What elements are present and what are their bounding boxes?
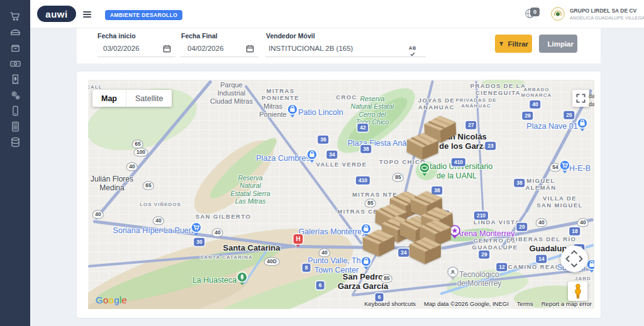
limpiar-button[interactable]: Limpiar	[539, 35, 577, 53]
poi-marker-shop[interactable]	[360, 256, 372, 271]
topbar-right: 0 GRUPO LIRDEL SA DE CV ANGELICA GUADALU…	[525, 0, 644, 28]
road-shield: 25	[564, 111, 574, 119]
delivery-box-marker[interactable]	[409, 237, 441, 264]
fullscreen-button[interactable]	[572, 90, 589, 107]
report-error-link[interactable]: Report a map error	[541, 300, 592, 307]
google-logo-letter: G	[96, 295, 103, 305]
map-label: ARBADO MONARCA	[521, 87, 552, 99]
company-name: GRUPO LIRDEL SA DE CV	[570, 8, 644, 14]
map-type-satellite-button[interactable]: Satellite	[126, 90, 172, 107]
google-logo-letter: e	[122, 295, 128, 305]
map-label: Arena Monterrey	[456, 229, 514, 239]
ab-check-icon[interactable]: AB	[409, 43, 416, 57]
map-label: Julián Flores Medina	[91, 175, 133, 192]
notification-count-badge: 0	[530, 8, 540, 16]
road-shield: 38	[514, 179, 525, 187]
sidebar-item-invoice[interactable]	[6, 72, 25, 87]
map-label: JOYAS DE ANAHUAC	[418, 97, 455, 111]
google-logo-letter: o	[103, 295, 109, 305]
avatar[interactable]	[551, 7, 565, 21]
poi-marker-shop[interactable]	[306, 149, 318, 164]
map-label: La Huasteca	[192, 276, 236, 285]
map-label: Mitras Poniente	[259, 102, 286, 119]
google-logo-letter: g	[114, 295, 119, 305]
sidebar-item-gears[interactable]	[6, 87, 25, 103]
road-shield: 36	[318, 136, 328, 144]
map-label: Patio Lincoln	[298, 108, 343, 117]
poi-marker-cart[interactable]	[191, 222, 203, 237]
terms-link[interactable]: Terms	[517, 300, 533, 307]
road-shield: 12	[496, 263, 507, 271]
road-shield: 40	[212, 228, 223, 237]
notifications-button[interactable]: 0	[525, 6, 543, 22]
map-label: Parque Industrial Ciudad Mitras	[210, 81, 253, 106]
field-underline	[97, 57, 175, 57]
fecha-inicio-input[interactable]	[103, 45, 157, 52]
map-type-map-button[interactable]: Map	[92, 90, 126, 107]
calendar-icon[interactable]	[163, 45, 171, 53]
filtrar-button[interactable]: Filtrar	[495, 35, 532, 53]
google-logo[interactable]: Google	[96, 295, 127, 305]
road-shield: 65	[143, 181, 154, 190]
poi-marker-tree[interactable]	[236, 271, 248, 286]
map-label: PRADOS DE LA CIENEGUITA	[470, 82, 526, 96]
map-label: Tecnológico de Monterrey	[457, 270, 502, 288]
map-label: Plaza Cumbres	[256, 154, 309, 163]
sidebar-item-cart[interactable]	[6, 9, 25, 24]
app-logo[interactable]: auwi	[37, 6, 76, 22]
poi-marker-shop[interactable]	[287, 104, 299, 119]
map-label: Galerías Monterrey	[299, 227, 366, 237]
sidebar-item-storage-box[interactable]	[6, 24, 25, 40]
road-shield: 8	[303, 264, 311, 272]
mobile-icon	[9, 105, 21, 117]
road-shield: 40D	[264, 257, 280, 266]
keyboard-shortcuts-link[interactable]: Keyboard shortcuts	[364, 300, 416, 307]
road-shield: 40	[153, 216, 164, 225]
clean-icon	[543, 40, 543, 48]
sidebar-item-mobile[interactable]	[6, 103, 25, 119]
sidebar-item-database[interactable]	[6, 134, 25, 150]
archive-box-icon	[9, 42, 21, 54]
poi-marker-shop[interactable]	[577, 117, 589, 133]
cart-icon	[9, 11, 21, 23]
road-shield: 40	[319, 248, 330, 257]
poi-marker-stadium[interactable]	[419, 162, 431, 177]
delivery-box-marker[interactable]	[362, 229, 394, 258]
sidebar	[0, 0, 30, 326]
vendedor-select[interactable]: INSTITUCIONAL 2B (165)	[269, 45, 353, 52]
pan-control[interactable]	[560, 245, 588, 273]
pan-arrows-icon	[560, 245, 588, 273]
map-card: Map Satellite da da Google Keyboard shor…	[77, 72, 601, 318]
map-label: San Pedro Garza García	[338, 272, 388, 291]
road-shield: 85	[392, 173, 404, 182]
road-shield: 40	[530, 101, 540, 109]
road-shield: 14	[536, 255, 547, 263]
map-canvas[interactable]: Map Satellite da da Google Keyboard shor…	[88, 80, 594, 309]
road-shield: 29	[479, 251, 489, 259]
clipped-edge-text: da da	[589, 92, 594, 108]
filter-bar: Fecha inicio Fecha Final Vendedor Móvil …	[77, 28, 601, 63]
sidebar-item-calculator[interactable]	[6, 119, 25, 134]
fecha-final-input[interactable]	[187, 45, 241, 52]
road-shield: 27	[465, 121, 476, 129]
poi-marker-cart[interactable]	[559, 160, 571, 175]
calculator-icon	[9, 121, 21, 133]
fecha-inicio-label: Fecha inicio	[97, 32, 136, 40]
delivery-box-marker[interactable]	[406, 133, 438, 161]
sidebar-item-cash[interactable]	[6, 56, 25, 72]
poi-marker-hospital[interactable]: H	[292, 233, 304, 249]
poi-marker-gray[interactable]	[447, 266, 459, 281]
funnel-icon	[499, 40, 504, 48]
map-label: PRIVADAS DE ANÁHUAC	[455, 97, 496, 109]
road-shield: 23	[485, 142, 496, 150]
calendar-icon[interactable]	[246, 45, 254, 53]
map-label: SANTA CATARINA	[200, 254, 252, 260]
sidebar-item-archive-box[interactable]	[6, 40, 25, 56]
road-shield: 29	[522, 112, 533, 120]
road-shield: 24	[398, 249, 409, 257]
road-shield: 85	[381, 274, 392, 283]
road-shield: 38	[360, 145, 371, 153]
road-shield: 65	[132, 139, 143, 148]
menu-icon[interactable]	[83, 10, 91, 19]
pegman-control[interactable]	[568, 281, 587, 301]
